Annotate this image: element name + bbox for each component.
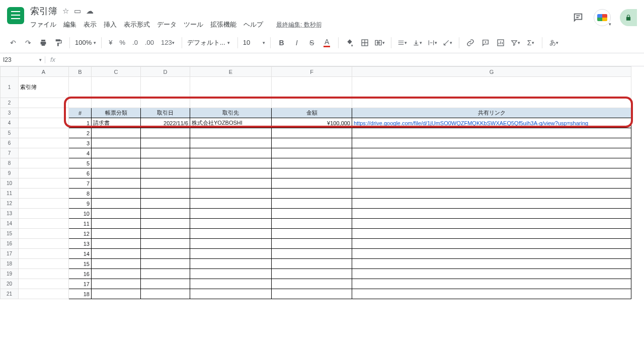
table-cell[interactable]: 16 xyxy=(69,269,92,279)
table-cell[interactable]: https://drive.google.com/file/d/1jUmSO0W… xyxy=(352,118,631,128)
table-cell[interactable] xyxy=(92,289,141,299)
table-cell[interactable]: 3 xyxy=(69,138,92,148)
table-cell[interactable]: 8 xyxy=(69,189,92,199)
table-cell[interactable] xyxy=(352,189,631,199)
table-cell[interactable] xyxy=(141,158,190,168)
row-header[interactable]: 2 xyxy=(1,98,19,108)
spreadsheet-grid[interactable]: ABCDEFG1索引簿23#帳票分類取引日取引先金額共有リンク41請求書2022… xyxy=(0,66,631,299)
table-cell[interactable] xyxy=(141,239,190,249)
row-header[interactable]: 4 xyxy=(1,118,19,128)
zoom-select[interactable]: 100%▾ xyxy=(75,39,96,46)
move-icon[interactable]: ▭ xyxy=(74,7,81,16)
table-cell[interactable]: 4 xyxy=(69,148,92,158)
table-header[interactable]: 金額 xyxy=(272,108,352,118)
table-cell[interactable] xyxy=(141,128,190,138)
table-cell[interactable] xyxy=(190,289,272,299)
table-cell[interactable] xyxy=(352,128,631,138)
table-cell[interactable] xyxy=(272,239,352,249)
table-cell[interactable] xyxy=(92,249,141,259)
menu-view[interactable]: 表示 xyxy=(84,20,97,29)
last-edit[interactable]: 最終編集: 数秒前 xyxy=(276,21,322,29)
table-cell[interactable] xyxy=(352,279,631,289)
table-header[interactable]: 取引日 xyxy=(141,108,190,118)
table-cell[interactable] xyxy=(141,189,190,199)
table-cell[interactable] xyxy=(190,138,272,148)
row-header[interactable]: 10 xyxy=(1,178,19,189)
table-cell[interactable] xyxy=(92,189,141,199)
table-cell[interactable] xyxy=(190,249,272,259)
menu-extensions[interactable]: 拡張機能 xyxy=(210,20,236,29)
chart-icon[interactable] xyxy=(495,37,507,49)
table-cell[interactable] xyxy=(190,269,272,279)
table-cell[interactable] xyxy=(92,279,141,289)
rotate-icon[interactable]: ▾ xyxy=(442,37,454,49)
row-header[interactable]: 18 xyxy=(1,259,19,269)
name-box[interactable]: I23▾ xyxy=(0,56,45,63)
table-cell[interactable] xyxy=(190,178,272,189)
table-cell[interactable] xyxy=(141,178,190,189)
col-header-E[interactable]: E xyxy=(190,67,272,77)
functions-icon[interactable]: Σ▾ xyxy=(525,37,537,49)
table-cell[interactable] xyxy=(190,199,272,209)
cell-title[interactable]: 索引簿 xyxy=(19,77,69,98)
table-cell[interactable]: 7 xyxy=(69,178,92,189)
table-cell[interactable] xyxy=(92,168,141,178)
table-cell[interactable] xyxy=(272,178,352,189)
table-cell[interactable] xyxy=(272,138,352,148)
table-cell[interactable] xyxy=(190,279,272,289)
table-cell[interactable]: 2 xyxy=(69,128,92,138)
table-cell[interactable] xyxy=(272,289,352,299)
col-header-F[interactable]: F xyxy=(272,67,352,77)
table-cell[interactable] xyxy=(272,168,352,178)
table-cell[interactable] xyxy=(352,259,631,269)
table-cell[interactable]: 14 xyxy=(69,249,92,259)
table-cell[interactable] xyxy=(272,128,352,138)
star-icon[interactable]: ☆ xyxy=(62,7,69,16)
row-header[interactable]: 17 xyxy=(1,249,19,259)
valign-icon[interactable]: ▾ xyxy=(412,37,424,49)
table-cell[interactable] xyxy=(190,158,272,168)
table-cell[interactable] xyxy=(92,128,141,138)
text-color-icon[interactable]: A xyxy=(321,37,333,49)
table-cell[interactable] xyxy=(190,189,272,199)
table-cell[interactable] xyxy=(352,229,631,239)
table-cell[interactable]: 6 xyxy=(69,168,92,178)
redo-icon[interactable]: ↷ xyxy=(22,37,34,49)
link-icon[interactable] xyxy=(464,37,476,49)
row-header[interactable]: 12 xyxy=(1,199,19,209)
row-header[interactable]: 7 xyxy=(1,148,19,158)
table-cell[interactable] xyxy=(190,148,272,158)
table-cell[interactable]: 17 xyxy=(69,279,92,289)
table-cell[interactable]: 2022/11/6 xyxy=(141,118,190,128)
row-header[interactable]: 19 xyxy=(1,269,19,279)
table-cell[interactable] xyxy=(141,279,190,289)
format-percent[interactable]: % xyxy=(117,37,127,49)
paint-format-icon[interactable] xyxy=(52,37,64,49)
menu-data[interactable]: データ xyxy=(157,20,177,29)
table-cell[interactable] xyxy=(352,148,631,158)
table-cell[interactable]: 1 xyxy=(69,118,92,128)
row-header[interactable]: 8 xyxy=(1,158,19,168)
strike-icon[interactable]: S xyxy=(306,37,318,49)
col-header-B[interactable]: B xyxy=(69,67,92,77)
table-cell[interactable]: 5 xyxy=(69,158,92,168)
row-header[interactable]: 13 xyxy=(1,209,19,219)
table-cell[interactable] xyxy=(272,259,352,269)
share-link[interactable]: https://drive.google.com/file/d/1jUmSO0W… xyxy=(354,120,588,126)
menu-help[interactable]: ヘルプ xyxy=(244,20,263,29)
table-cell[interactable] xyxy=(92,219,141,229)
table-cell[interactable]: 請求書 xyxy=(92,118,141,128)
table-cell[interactable] xyxy=(190,209,272,219)
italic-icon[interactable]: I xyxy=(291,37,303,49)
table-cell[interactable] xyxy=(190,229,272,239)
table-cell[interactable] xyxy=(141,148,190,158)
table-cell[interactable] xyxy=(141,219,190,229)
cloud-icon[interactable]: ☁ xyxy=(86,7,94,16)
table-cell[interactable] xyxy=(272,219,352,229)
fill-color-icon[interactable] xyxy=(344,37,356,49)
decrease-decimal[interactable]: .0 xyxy=(130,37,140,49)
increase-decimal[interactable]: .00 xyxy=(143,37,156,49)
col-header-C[interactable]: C xyxy=(92,67,141,77)
format-currency[interactable]: ¥ xyxy=(107,37,114,49)
table-cell[interactable]: 9 xyxy=(69,199,92,209)
